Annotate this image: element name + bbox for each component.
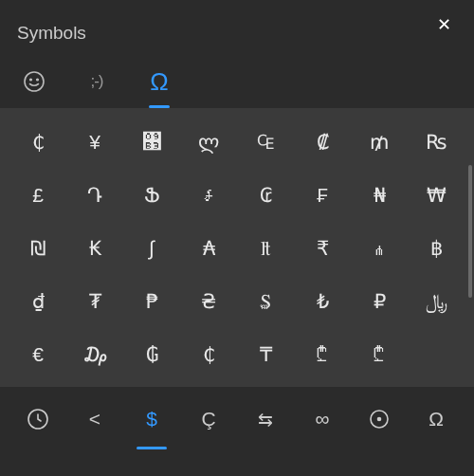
symbol-cell[interactable]: ₱ bbox=[123, 275, 180, 328]
symbol-cell[interactable]: ៛ bbox=[180, 169, 237, 222]
symbol-cell[interactable]: Դ bbox=[66, 169, 123, 222]
svg-point-1 bbox=[30, 79, 32, 81]
symbol-cell[interactable]: ₪ bbox=[9, 222, 66, 275]
symbol-cell[interactable]: ₴ bbox=[180, 275, 237, 328]
symbol-cell[interactable]: ₶ bbox=[237, 222, 294, 275]
tab-symbols[interactable]: Ω bbox=[142, 64, 176, 99]
symbol-cell[interactable]: ₷ bbox=[237, 275, 294, 328]
symbol-cell[interactable]: ₲ bbox=[123, 328, 180, 381]
symbol-cell[interactable]: ₾ bbox=[294, 328, 351, 381]
symbol-cell[interactable]: Ֆ bbox=[123, 169, 180, 222]
svg-point-5 bbox=[378, 418, 381, 421]
category-bar: < $ Ç ⇆ ∞ Ω bbox=[0, 387, 474, 451]
panel-title: Symbols bbox=[17, 23, 86, 44]
category-arrows[interactable]: ⇆ bbox=[237, 394, 294, 444]
symbol-cell[interactable]: ₽ bbox=[351, 275, 408, 328]
symbol-cell[interactable]: ฿ bbox=[408, 222, 465, 275]
symbol-cell[interactable]: ₳ bbox=[180, 222, 237, 275]
symbol-cell[interactable]: ₨ bbox=[408, 116, 465, 169]
header: Symbols ✕ bbox=[0, 0, 474, 47]
symbol-cell[interactable] bbox=[408, 328, 465, 381]
scrollbar[interactable] bbox=[468, 165, 472, 298]
symbol-cell[interactable]: € bbox=[9, 328, 66, 381]
svg-point-2 bbox=[37, 79, 39, 81]
category-latin[interactable]: Ç bbox=[180, 394, 237, 444]
symbol-cell[interactable]: ₺ bbox=[294, 275, 351, 328]
category-tabs: ;-) Ω bbox=[0, 47, 474, 108]
category-math[interactable]: ∞ bbox=[294, 394, 351, 444]
target-icon bbox=[368, 408, 391, 430]
symbol-cell[interactable]: ₮ bbox=[66, 275, 123, 328]
category-geometric[interactable] bbox=[351, 394, 408, 444]
symbol-cell[interactable]: ₫ bbox=[9, 275, 66, 328]
category-recent[interactable] bbox=[9, 394, 66, 444]
category-punctuation[interactable]: < bbox=[66, 394, 123, 444]
symbol-cell[interactable]: ₼ bbox=[351, 222, 408, 275]
symbol-cell[interactable]: ₸ bbox=[237, 328, 294, 381]
symbol-cell[interactable]: ₵ bbox=[9, 116, 66, 169]
symbol-cell[interactable]: £ bbox=[9, 169, 66, 222]
symbol-cell[interactable]: ₩ bbox=[408, 169, 465, 222]
symbol-cell[interactable]: ₭ bbox=[66, 222, 123, 275]
symbol-cell[interactable]: ∫ bbox=[123, 222, 180, 275]
close-button[interactable]: ✕ bbox=[431, 9, 457, 41]
symbol-grid: ₵ ¥ ঳ ლ ₠ ₡ ₥ ₨ £ Դ Ֆ ៛ ₢ ₣ ₦ ₩ ₪ ₭ ∫ ₳ … bbox=[0, 108, 474, 387]
symbol-cell[interactable]: ﷼ bbox=[408, 275, 465, 328]
symbol-cell[interactable]: ₠ bbox=[237, 116, 294, 169]
symbol-grid-container: ₵ ¥ ঳ ლ ₠ ₡ ₥ ₨ £ Դ Ֆ ៛ ₢ ₣ ₦ ₩ ₪ ₭ ∫ ₳ … bbox=[0, 108, 474, 387]
tab-kaomoji[interactable]: ;-) bbox=[80, 64, 114, 99]
symbol-cell[interactable]: ₯ bbox=[66, 328, 123, 381]
smiley-icon bbox=[23, 70, 46, 93]
symbol-cell[interactable]: ₵ bbox=[180, 328, 237, 381]
symbol-cell[interactable]: ¥ bbox=[66, 116, 123, 169]
category-language[interactable]: Ω bbox=[408, 394, 465, 444]
symbol-cell[interactable]: ₥ bbox=[351, 116, 408, 169]
symbol-cell[interactable]: ঳ bbox=[123, 116, 180, 169]
symbol-cell[interactable]: ₦ bbox=[351, 169, 408, 222]
tab-emoji[interactable] bbox=[17, 64, 51, 99]
symbol-cell[interactable]: ₣ bbox=[294, 169, 351, 222]
category-currency[interactable]: $ bbox=[123, 394, 180, 444]
symbol-cell[interactable]: ₾ bbox=[351, 328, 408, 381]
svg-point-0 bbox=[25, 72, 44, 91]
symbol-cell[interactable]: ₹ bbox=[294, 222, 351, 275]
symbol-cell[interactable]: ₢ bbox=[237, 169, 294, 222]
symbol-cell[interactable]: ₡ bbox=[294, 116, 351, 169]
symbol-cell[interactable]: ლ bbox=[180, 116, 237, 169]
clock-icon bbox=[27, 408, 49, 430]
